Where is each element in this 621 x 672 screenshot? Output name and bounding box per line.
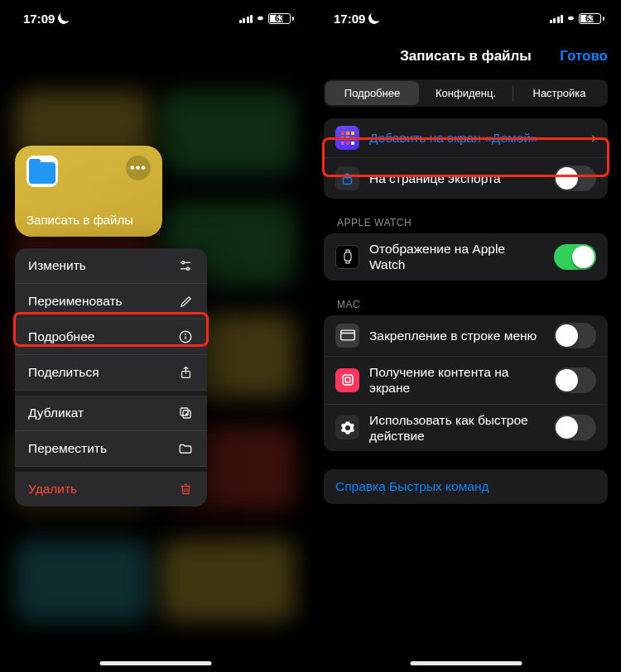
menu-item-label: Переименовать (28, 294, 123, 309)
menu-item-details[interactable]: Подробнее (15, 319, 207, 355)
status-bar: 17:09 ⚭ 63 (0, 0, 310, 36)
menu-item-label: Подробнее (28, 329, 94, 344)
toggle-apple-watch[interactable] (554, 244, 596, 270)
sheet-header: Записать в файлы Готово (310, 36, 621, 74)
shortcut-more-button[interactable]: ••• (126, 156, 151, 180)
segmented-control[interactable]: Подробнее Конфиденц. Настройка (324, 79, 608, 107)
do-not-disturb-icon (367, 11, 382, 26)
list-mac: Закрепление в строке меню Получение конт… (324, 315, 608, 452)
row-quick-action[interactable]: Использовать как быстрое действие (324, 405, 608, 452)
row-share-sheet[interactable]: На странице экспорта (324, 158, 608, 199)
row-receive-screen[interactable]: Получение контента на экране (324, 357, 608, 405)
battery-indicator: 63 (268, 13, 294, 24)
list-general: Добавить на экран «Домой» › На странице … (324, 118, 608, 199)
info-circle-icon (177, 329, 194, 345)
home-screen-icon (335, 126, 359, 150)
chevron-right-icon: › (591, 129, 596, 146)
home-indicator[interactable] (99, 661, 211, 665)
status-time: 17:09 (23, 12, 55, 26)
svg-rect-17 (344, 252, 351, 262)
sheet-title: Записать в файлы (400, 48, 532, 65)
hotspot-icon: ⚭ (256, 12, 265, 25)
row-label: На странице экспорта (369, 170, 544, 186)
row-add-to-home[interactable]: Добавить на экран «Домой» › (324, 118, 608, 158)
tab-setup[interactable]: Настройка (513, 81, 606, 105)
done-button[interactable]: Готово (560, 48, 608, 65)
toggle-quick-action[interactable] (554, 415, 596, 440)
svg-point-8 (185, 334, 186, 335)
tab-details[interactable]: Подробнее (325, 81, 419, 105)
menu-item-rename[interactable]: Переименовать (15, 284, 207, 319)
menu-item-label: Изменить (28, 258, 86, 273)
screen-content-icon (335, 368, 359, 392)
menu-item-move[interactable]: Переместить (15, 431, 207, 467)
row-label: Справка Быстрых команд (335, 479, 489, 493)
cellular-signal-icon (239, 14, 253, 23)
share-icon (177, 364, 194, 381)
toggle-share-sheet[interactable] (554, 166, 596, 191)
battery-indicator: 63 (579, 13, 604, 24)
list-help: Справка Быстрых команд (324, 469, 608, 504)
svg-point-0 (182, 262, 185, 264)
home-indicator[interactable] (410, 661, 522, 665)
list-apple-watch: Отображение на Apple Watch (324, 233, 608, 281)
row-label: Отображение на Apple Watch (369, 241, 544, 273)
toggle-pin-menubar[interactable] (554, 323, 596, 348)
phone-left: 17:09 ⚭ 63 ••• Записать в файлы Изменить (0, 0, 310, 672)
shortcut-app-icon (26, 156, 58, 187)
share-sheet-icon (335, 166, 359, 190)
menu-item-label: Дубликат (28, 406, 84, 420)
menu-item-label: Поделиться (28, 365, 99, 380)
menu-item-edit[interactable]: Изменить (15, 248, 207, 284)
svg-rect-18 (340, 330, 354, 340)
status-time: 17:09 (334, 12, 365, 26)
menu-item-label: Переместить (28, 441, 107, 456)
menubar-icon (335, 324, 359, 348)
folder-icon (29, 162, 55, 184)
toggle-receive-screen[interactable] (554, 367, 596, 393)
row-label: Получение контента на экране (369, 364, 544, 396)
folder-move-icon (177, 440, 194, 457)
duplicate-icon (177, 405, 194, 421)
section-header-mac: Mac (310, 299, 621, 315)
hotspot-icon: ⚭ (566, 12, 575, 25)
menu-item-delete[interactable]: Удалить (15, 472, 207, 506)
menu-item-share[interactable]: Поделиться (15, 355, 207, 391)
row-label: Закрепление в строке меню (369, 328, 544, 343)
row-label: Использовать как быстрое действие (369, 412, 544, 444)
apple-watch-icon (335, 245, 359, 269)
tab-privacy[interactable]: Конфиденц. (419, 81, 513, 105)
row-label: Добавить на экран «Домой» (369, 130, 581, 146)
row-apple-watch[interactable]: Отображение на Apple Watch (324, 233, 608, 281)
phone-right: 17:09 ⚭ 63 Записать в файлы Готово Подро… (310, 0, 621, 672)
svg-point-3 (187, 267, 190, 270)
do-not-disturb-icon (56, 11, 71, 26)
menu-item-label: Удалить (28, 482, 77, 497)
trash-icon (177, 481, 194, 497)
svg-rect-21 (345, 377, 350, 382)
shortcut-title: Записать в файлы (26, 213, 151, 227)
row-help[interactable]: Справка Быстрых команд (324, 469, 608, 504)
gear-icon (335, 415, 359, 439)
context-menu: Изменить Переименовать Подробнее Поделит… (15, 248, 207, 506)
svg-rect-20 (343, 375, 353, 385)
status-bar: 17:09 ⚭ 63 (310, 0, 621, 36)
sliders-icon (177, 257, 194, 274)
section-header-apple-watch: Apple Watch (310, 217, 621, 233)
cellular-signal-icon (550, 14, 564, 23)
menu-item-duplicate[interactable]: Дубликат (15, 396, 207, 431)
shortcut-card[interactable]: ••• Записать в файлы (15, 146, 162, 237)
pencil-icon (177, 293, 194, 310)
row-pin-menubar[interactable]: Закрепление в строке меню (324, 315, 608, 357)
